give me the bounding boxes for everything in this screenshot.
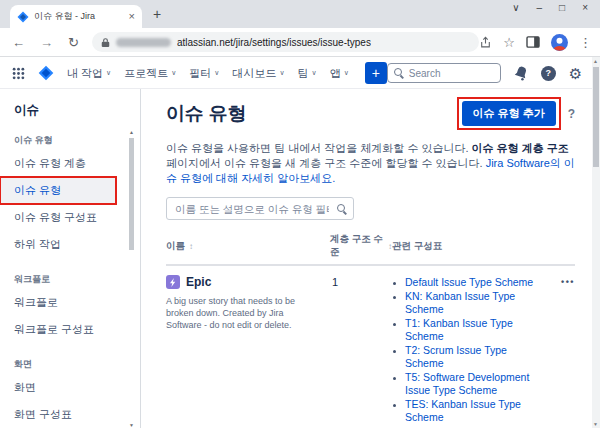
browser-toolbar: ← → ↻ atlassian.net/jira/settings/issues… xyxy=(0,28,600,57)
browser-profile-avatar[interactable] xyxy=(551,34,568,51)
scheme-link[interactable]: T1: Kanban Issue Type Scheme xyxy=(405,317,542,344)
scroll-up-icon[interactable]: ▲ xyxy=(593,58,598,64)
sidebar-scrollbar-thumb[interactable] xyxy=(129,138,134,250)
reload-icon[interactable]: ↻ xyxy=(68,35,79,50)
help-icon[interactable]: ? xyxy=(541,66,556,81)
jira-favicon-icon xyxy=(17,11,29,23)
settings-sidebar: 이슈 이슈 유형 이슈 유형 계층 이슈 유형 이슈 유형 구성표 하위 작업 … xyxy=(0,89,141,428)
sidebar-item-screens[interactable]: 화면 xyxy=(0,374,140,401)
sidebar-item-issue-type-schemes[interactable]: 이슈 유형 구성표 xyxy=(0,204,140,231)
epic-lightning-icon xyxy=(166,275,180,289)
browser-window: 이슈 유형 - Jira × + ∨ – □ × ← → ↻ atlassian… xyxy=(0,0,600,428)
global-search[interactable] xyxy=(387,63,501,83)
url-text: atlassian.net/jira/settings/issues/issue… xyxy=(177,37,371,48)
hierarchy-level-value: 1 xyxy=(330,275,392,288)
search-input[interactable] xyxy=(409,68,481,79)
browser-tab[interactable]: 이슈 유형 - Jira × xyxy=(10,5,142,28)
sidebar-scrollbar[interactable]: ▲ ▼ xyxy=(128,129,135,428)
new-tab-button[interactable]: + xyxy=(153,6,161,22)
add-issue-type-button[interactable]: 이슈 유형 추가 xyxy=(462,101,556,126)
forward-icon[interactable]: → xyxy=(40,35,53,50)
nav-item-teams[interactable]: 팀∨ xyxy=(298,66,317,81)
tab-close-icon[interactable]: × xyxy=(129,11,135,22)
chevron-down-icon: ∨ xyxy=(171,69,176,77)
window-menu-icon[interactable]: ∨ xyxy=(512,3,519,13)
nav-item-apps[interactable]: 앱∨ xyxy=(330,66,349,81)
column-header-hierarchy-level[interactable]: 계층 구조 수준↕ xyxy=(330,233,392,259)
column-header-name[interactable]: 이름↕ xyxy=(166,233,330,259)
table-row-bug: Bug A problem or error. 0 Default Issue … xyxy=(166,425,575,428)
chevron-down-icon: ∨ xyxy=(279,69,284,77)
page-scrollbar-thumb[interactable] xyxy=(593,67,599,167)
description-text: 이슈 유형을 사용하면 팀 내에서 작업을 체계화할 수 있습니다. xyxy=(166,142,472,154)
share-icon[interactable] xyxy=(479,36,492,49)
chevron-down-icon: ∨ xyxy=(344,69,349,77)
notifications-bell-icon[interactable] xyxy=(514,66,528,81)
tab-title: 이슈 유형 - Jira xyxy=(34,10,124,23)
lock-icon xyxy=(101,37,110,48)
scroll-down-icon[interactable]: ▼ xyxy=(129,422,134,428)
scheme-link[interactable]: Default Issue Type Scheme xyxy=(405,276,542,290)
sidebar-section-workflows: 워크플로 xyxy=(14,273,140,286)
issue-type-filter-input[interactable] xyxy=(166,197,354,220)
jira-logo-icon[interactable] xyxy=(38,65,54,81)
browser-menu-icon[interactable]: ⋮ xyxy=(579,35,592,50)
scheme-link[interactable]: KN: Kanban Issue Type Scheme xyxy=(405,290,542,317)
sidebar-item-issue-types[interactable]: 이슈 유형 xyxy=(0,177,116,204)
row-more-actions-icon[interactable]: ••• xyxy=(542,275,575,287)
related-schemes-list: Default Issue Type Scheme KN: Kanban Iss… xyxy=(392,276,542,425)
scroll-up-icon[interactable]: ▲ xyxy=(129,129,134,135)
sidebar-item-sub-tasks[interactable]: 하위 작업 xyxy=(0,231,140,258)
app-switcher-icon[interactable] xyxy=(12,67,25,80)
nav-item-filters[interactable]: 필터∨ xyxy=(189,66,219,81)
sidebar-section-issue-types: 이슈 유형 xyxy=(14,134,140,147)
jira-top-nav: 내 작업∨ 프로젝트∨ 필터∨ 대시보드∨ 팀∨ 앱∨ + xyxy=(0,58,592,89)
url-redacted-domain xyxy=(116,38,171,47)
page-title: 이슈 유형 xyxy=(166,101,246,127)
column-header-related-schemes: 관련 구성표 xyxy=(392,233,542,259)
side-panel-icon[interactable] xyxy=(526,36,540,48)
sidebar-item-screen-schemes[interactable]: 화면 구성표 xyxy=(0,401,140,428)
scheme-link[interactable]: T2: Scrum Issue Type Scheme xyxy=(405,344,542,371)
issue-type-name: Epic xyxy=(186,275,211,289)
sort-icon: ↕ xyxy=(189,242,193,251)
scroll-down-icon[interactable]: ▼ xyxy=(593,421,598,427)
sidebar-section-screens: 화면 xyxy=(14,358,140,371)
create-button[interactable]: + xyxy=(365,62,387,84)
window-maximize-icon[interactable]: □ xyxy=(559,3,565,13)
annotation-box: 이슈 유형 추가 xyxy=(457,97,561,130)
page-description: 이슈 유형을 사용하면 팀 내에서 작업을 체계화할 수 있습니다. 이슈 유형… xyxy=(166,141,575,186)
bookmark-star-icon[interactable]: ☆ xyxy=(503,35,515,50)
sidebar-item-workflows[interactable]: 워크플로 xyxy=(0,289,140,316)
scheme-link[interactable]: TES: Kanban Issue Type Scheme xyxy=(405,398,542,425)
sidebar-item-workflow-schemes[interactable]: 워크플로 구성표 xyxy=(0,316,140,343)
nav-item-dashboards[interactable]: 대시보드∨ xyxy=(232,66,284,81)
sidebar-item-issue-type-hierarchy[interactable]: 이슈 유형 계층 xyxy=(0,150,140,177)
back-icon[interactable]: ← xyxy=(12,35,25,50)
window-minimize-icon[interactable]: – xyxy=(537,3,543,13)
chevron-down-icon: ∨ xyxy=(214,69,219,77)
scheme-link[interactable]: T5: Software Development Issue Type Sche… xyxy=(405,371,542,398)
description-text: 페이지에서 이슈 유형을 새 계층 구조 수준에 할당할 수 있습니다. xyxy=(166,157,486,169)
page-scrollbar[interactable]: ▲ ▼ xyxy=(592,57,600,428)
search-icon xyxy=(394,68,404,78)
table-row-epic: Epic A big user story that needs to be b… xyxy=(166,266,575,425)
page-help-icon[interactable]: ? xyxy=(568,107,575,121)
chevron-down-icon: ∨ xyxy=(312,69,317,77)
nav-item-my-work[interactable]: 내 작업∨ xyxy=(67,66,111,81)
description-bold-text: 이슈 유형 계층 구조 xyxy=(472,142,569,154)
filter-search-icon xyxy=(337,204,347,214)
address-bar[interactable]: atlassian.net/jira/settings/issues/issue… xyxy=(92,32,479,52)
issue-types-page: 이슈 유형 이슈 유형 추가 ? 이슈 유형을 사용하면 팀 내에서 작업을 체… xyxy=(166,97,575,428)
issue-types-table: 이름↕ 계층 구조 수준↕ 관련 구성표 Epic xyxy=(166,233,575,428)
window-close-icon[interactable]: × xyxy=(582,3,588,13)
nav-item-projects[interactable]: 프로젝트∨ xyxy=(124,66,176,81)
chevron-down-icon: ∨ xyxy=(106,69,111,77)
settings-gear-icon[interactable]: ⚙ xyxy=(569,66,582,81)
browser-tab-strip: 이슈 유형 - Jira × + ∨ – □ × xyxy=(0,0,600,28)
sidebar-title: 이슈 xyxy=(14,102,140,119)
issue-type-description: A big user story that needs to be broken… xyxy=(166,295,330,331)
